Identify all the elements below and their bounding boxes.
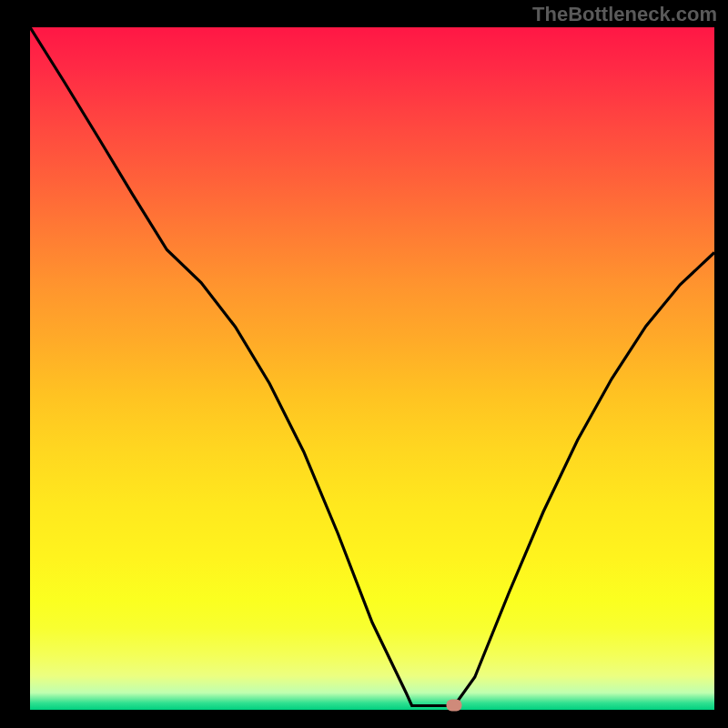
chart-marker [447, 700, 462, 712]
watermark-text: TheBottleneck.com [532, 3, 717, 26]
chart-plot-area [30, 27, 714, 710]
chart-line-curve [30, 27, 714, 710]
